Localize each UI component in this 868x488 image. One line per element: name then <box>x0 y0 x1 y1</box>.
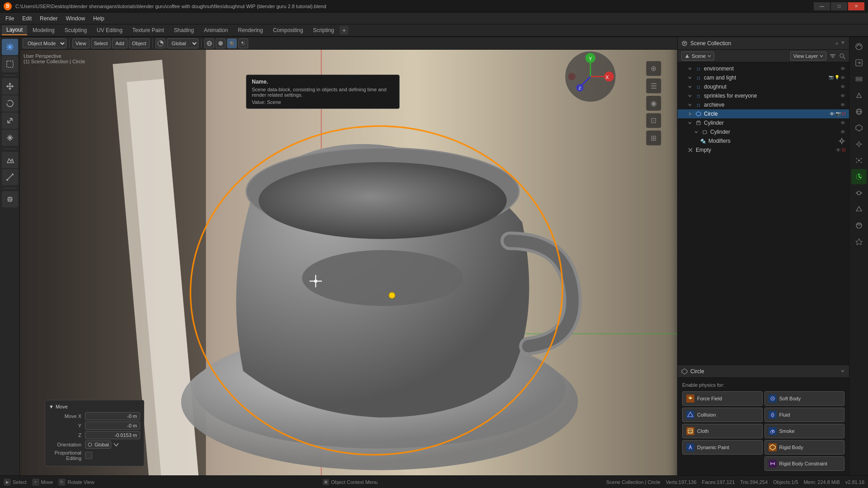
mode-selector[interactable]: Object Mode Edit Mode Sculpt Mode <box>23 38 66 48</box>
transform-selector[interactable]: Global Local Normal <box>167 38 198 48</box>
cylinder-visibility[interactable]: 👁 <box>840 120 845 126</box>
tree-item-circle[interactable]: Circle 👁 📷 ⊡ <box>678 109 849 118</box>
empty-restrict-icon[interactable]: ⊡ <box>842 147 845 153</box>
camera-icon[interactable]: 📷 <box>829 75 834 80</box>
tab-modeling[interactable]: Modeling <box>28 26 59 35</box>
smoke-btn[interactable]: Smoke <box>764 424 845 438</box>
view-layer-selector[interactable]: View Layer <box>790 52 826 61</box>
move-z-value[interactable]: -0.0153 m <box>85 431 140 439</box>
prop-render[interactable] <box>851 39 867 54</box>
tree-item-cylinder[interactable]: Cylinder 👁 <box>678 118 849 127</box>
tab-sculpting[interactable]: Sculpting <box>60 26 91 35</box>
wireframe-btn[interactable] <box>204 38 214 48</box>
prop-output[interactable] <box>851 55 867 70</box>
prop-physics[interactable] <box>851 169 867 184</box>
add-tool[interactable] <box>2 191 18 207</box>
prop-modifier[interactable] <box>851 136 867 152</box>
tree-item-empty[interactable]: Empty 👁 ⊡ <box>678 145 849 155</box>
minimize-button[interactable]: — <box>814 2 830 10</box>
menu-render[interactable]: Render <box>36 14 61 23</box>
tree-item-sprinkles[interactable]: □ sprinkles for everyone 👁 <box>678 91 849 100</box>
circle-restrict-icon[interactable]: ⊡ <box>842 111 845 117</box>
viewport-3d[interactable]: Object Mode Edit Mode Sculpt Mode View S… <box>20 37 677 475</box>
orientation-value[interactable]: Global <box>85 441 111 449</box>
prop-object-data[interactable] <box>851 202 867 217</box>
material-preview-btn[interactable] <box>227 38 237 48</box>
new-collection-btn[interactable]: + <box>835 40 839 47</box>
modifiers-settings-icon[interactable] <box>838 137 845 145</box>
tree-item-modifiers[interactable]: 🔩 Modifiers <box>678 136 849 145</box>
prop-world[interactable] <box>851 104 867 119</box>
menu-help[interactable]: Help <box>90 14 108 23</box>
cloth-btn[interactable]: Cloth <box>682 424 763 438</box>
add-menu[interactable]: Add <box>112 38 127 48</box>
view-menu[interactable]: View <box>72 38 90 48</box>
collision-btn[interactable]: Collision <box>682 408 763 422</box>
prop-object[interactable] <box>851 120 867 136</box>
tab-rendering[interactable]: Rendering <box>233 26 267 35</box>
props-expand-icon[interactable] <box>840 368 845 375</box>
visibility-icon-4[interactable]: 👁 <box>840 93 845 99</box>
empty-visibility[interactable]: 👁 <box>836 147 841 153</box>
add-workspace-button[interactable]: + <box>340 26 349 35</box>
tab-scripting[interactable]: Scripting <box>308 26 339 35</box>
rigid-body-btn[interactable]: Rigid Body <box>764 440 845 455</box>
move-x-value[interactable]: -0 m <box>85 412 140 420</box>
prop-constraints[interactable] <box>851 185 867 201</box>
visibility-icon-3[interactable]: 👁 <box>840 84 845 89</box>
prop-shading[interactable] <box>851 234 867 249</box>
tree-item-archieve[interactable]: □ archieve 👁 <box>678 100 849 109</box>
viewport-shading-btn[interactable] <box>156 38 165 48</box>
tree-item-environment[interactable]: □ environment 👁 <box>678 64 849 73</box>
proportional-checkbox[interactable] <box>85 452 92 459</box>
prop-view-layer[interactable] <box>851 71 867 87</box>
select-menu[interactable]: Select <box>91 38 111 48</box>
force-field-btn[interactable]: Force Field <box>682 391 763 406</box>
select-tool[interactable] <box>2 56 18 72</box>
visibility-icon[interactable]: 👁 <box>840 66 845 71</box>
rotate-tool[interactable] <box>2 95 18 112</box>
fluid-btn[interactable]: Fluid <box>764 408 845 422</box>
tab-shading[interactable]: Shading <box>170 26 198 35</box>
visibility-icon-5[interactable]: 👁 <box>840 102 845 108</box>
transform-tool[interactable] <box>2 130 18 146</box>
light-icon[interactable]: 💡 <box>835 75 840 80</box>
filter-icon[interactable] <box>681 40 688 47</box>
tab-layout[interactable]: Layout <box>2 25 27 35</box>
render-preview-btn[interactable] <box>238 38 248 48</box>
tab-animation[interactable]: Animation <box>199 26 232 35</box>
cursor-tool[interactable] <box>2 39 18 55</box>
scene-selector[interactable]: Scene <box>681 52 714 61</box>
tab-compositing[interactable]: Compositing <box>269 26 308 35</box>
tree-item-doughnut[interactable]: □ doughnut 👁 <box>678 82 849 91</box>
maximize-button[interactable]: □ <box>831 2 847 10</box>
object-menu[interactable]: Object <box>129 38 150 48</box>
move-panel-triangle[interactable]: ▼ <box>49 404 54 409</box>
tree-item-cylinder-child[interactable]: Cylinder 👁 <box>678 127 849 136</box>
dynamic-paint-btn[interactable]: Dynamic Paint <box>682 440 763 455</box>
prop-particles[interactable] <box>851 153 867 168</box>
prop-scene[interactable] <box>851 88 867 103</box>
filter-collections-btn[interactable]: ▼ <box>840 40 845 47</box>
annotate-tool[interactable] <box>2 152 18 168</box>
close-button[interactable]: ✕ <box>848 2 864 10</box>
tree-search-icon[interactable] <box>839 53 845 59</box>
prop-material[interactable] <box>851 218 867 233</box>
tree-item-cam-and-light[interactable]: □ cam and light 📷 💡 👁 <box>678 73 849 82</box>
move-tool[interactable] <box>2 78 18 94</box>
scale-tool[interactable] <box>2 113 18 129</box>
circle-visibility-icon[interactable]: 👁 <box>830 111 835 117</box>
viewport-scene[interactable]: X Y Z ⊕ ☰ <box>20 50 677 475</box>
soft-body-btn[interactable]: Soft Body <box>764 391 845 406</box>
cylinder-child-visibility[interactable]: 👁 <box>840 129 845 135</box>
tab-texture-paint[interactable]: Texture Paint <box>128 26 169 35</box>
solid-btn[interactable] <box>216 38 226 48</box>
visibility-icon-2[interactable]: 👁 <box>840 75 845 80</box>
menu-edit[interactable]: Edit <box>19 14 35 23</box>
orientation-dropdown-icon[interactable] <box>113 441 119 448</box>
rigid-body-constraint-btn[interactable]: Rigid Body Constraint <box>764 456 845 471</box>
measure-tool[interactable] <box>2 169 18 185</box>
move-y-value[interactable]: -0 m <box>85 422 140 430</box>
circle-camera-icon[interactable]: 📷 <box>835 111 841 117</box>
menu-file[interactable]: File <box>2 14 18 23</box>
